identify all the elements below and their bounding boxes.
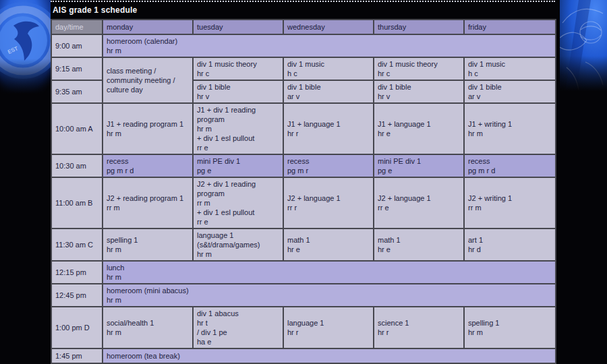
cell-915-wednesday: div 1 music h c bbox=[283, 57, 374, 80]
cell-1300-monday: social/health 1 hr m bbox=[103, 307, 193, 348]
emblem-fade bbox=[560, 56, 607, 93]
school-crest-right bbox=[560, 0, 607, 93]
time-cell-1130: 11:30 am C bbox=[51, 229, 103, 261]
column-header-day-time: day/time bbox=[51, 20, 103, 34]
cell-1030-friday: recess pg m r d bbox=[464, 154, 556, 177]
emblem-fade bbox=[0, 59, 51, 96]
cell-1130-thursday: math 1 hr e bbox=[374, 229, 464, 261]
time-cell-900: 9:00 am bbox=[51, 34, 103, 57]
row-1215: 12:15 pm lunch hr m bbox=[51, 261, 556, 284]
time-cell-1000: 10:00 am A bbox=[51, 103, 103, 154]
cell-1130-wednesday: math 1 hr e bbox=[283, 229, 374, 261]
column-header-thursday: thursday bbox=[374, 20, 464, 34]
time-cell-915: 9:15 am bbox=[51, 57, 103, 80]
column-header-wednesday: wednesday bbox=[283, 20, 374, 34]
cell-1000-thursday: J1 + language 1 hr e bbox=[374, 103, 464, 154]
cell-1100-wednesday: J2 + language 1 rr r bbox=[283, 177, 374, 229]
cell-1300-thursday: science 1 hr r bbox=[374, 307, 464, 348]
cell-1215-lunch: lunch hr m bbox=[103, 261, 556, 284]
cell-1300-friday: spelling 1 hr m bbox=[464, 307, 556, 348]
cell-1345-homeroom: homeroom (tea break) bbox=[103, 348, 556, 363]
column-header-friday: friday bbox=[464, 20, 556, 34]
cell-1100-tuesday: J2 + div 1 reading program rr m + div 1 … bbox=[193, 177, 283, 229]
time-cell-935: 9:35 am bbox=[51, 80, 103, 103]
schedule-page: AIS grade 1 schedule day/time monday tue… bbox=[51, 0, 555, 364]
cell-1100-thursday: J2 + language 1 rr e bbox=[374, 177, 464, 229]
page-title: AIS grade 1 schedule bbox=[51, 2, 555, 19]
cell-1130-friday: art 1 hr d bbox=[464, 229, 556, 261]
cell-1300-wednesday: language 1 hr r bbox=[283, 307, 374, 348]
cell-915-monday: class meeting / community meeting / cult… bbox=[103, 57, 193, 103]
schedule-table: day/time monday tuesday wednesday thursd… bbox=[51, 19, 556, 364]
row-1345: 1:45 pm homeroom (tea break) bbox=[51, 348, 556, 363]
row-1000: 10:00 am A J1 + reading program 1 hr m J… bbox=[51, 103, 556, 154]
cell-1000-monday: J1 + reading program 1 hr m bbox=[103, 103, 193, 154]
cell-915-thursday: div 1 music theory hr c bbox=[374, 57, 464, 80]
time-cell-1215: 12:15 pm bbox=[51, 261, 103, 284]
cell-1030-tuesday: mini PE div 1 pg e bbox=[193, 154, 283, 177]
cell-1130-tuesday: language 1 (s&t/drama/games) hr m bbox=[193, 229, 283, 261]
time-cell-1300: 1:00 pm D bbox=[51, 307, 103, 348]
column-header-monday: monday bbox=[103, 20, 193, 34]
cell-1030-wednesday: recess pg m r bbox=[283, 154, 374, 177]
time-cell-1345: 1:45 pm bbox=[51, 348, 103, 363]
header-row: day/time monday tuesday wednesday thursd… bbox=[51, 20, 556, 34]
page: { "title": "AIS grade 1 schedule", "back… bbox=[0, 0, 607, 364]
row-1300: 1:00 pm D social/health 1 hr m div 1 aba… bbox=[51, 307, 556, 348]
cell-1130-monday: spelling 1 hr m bbox=[103, 229, 193, 261]
cell-935-wednesday: div 1 bible ar v bbox=[283, 80, 374, 103]
cell-1245-homeroom: homeroom (mini abacus) hr m bbox=[103, 284, 556, 307]
cell-915-tuesday: div 1 music theory hr c bbox=[193, 57, 283, 80]
row-900: 9:00 am homeroom (calendar) hr m bbox=[51, 34, 556, 57]
time-cell-1245: 12:45 pm bbox=[51, 284, 103, 307]
cell-1000-wednesday: J1 + language 1 hr r bbox=[283, 103, 374, 154]
cell-900-homeroom: homeroom (calendar) hr m bbox=[103, 34, 556, 57]
time-cell-1100: 11:00 am B bbox=[51, 177, 103, 229]
column-header-tuesday: tuesday bbox=[193, 20, 283, 34]
row-1245: 12:45 pm homeroom (mini abacus) hr m bbox=[51, 284, 556, 307]
cell-1300-tuesday: div 1 abacus hr t / div 1 pe ha e bbox=[193, 307, 283, 348]
time-cell-1030: 10:30 am bbox=[51, 154, 103, 177]
school-crest-left: EST bbox=[0, 0, 51, 96]
cell-935-tuesday: div 1 bible hr v bbox=[193, 80, 283, 103]
cell-1100-friday: J2 + writing 1 rr m bbox=[464, 177, 556, 229]
cell-935-friday: div 1 bible ar v bbox=[464, 80, 556, 103]
row-1130: 11:30 am C spelling 1 hr m language 1 (s… bbox=[51, 229, 556, 261]
cell-1000-friday: J1 + writing 1 hr m bbox=[464, 103, 556, 154]
cell-1000-tuesday: J1 + div 1 reading program hr m + div 1 … bbox=[193, 103, 283, 154]
cell-1030-monday: recess pg m r d bbox=[103, 154, 193, 177]
row-915: 9:15 am class meeting / community meetin… bbox=[51, 57, 556, 80]
cell-915-friday: div 1 music h c bbox=[464, 57, 556, 80]
cell-1030-thursday: mini PE div 1 pg e bbox=[374, 154, 464, 177]
cell-1100-monday: J2 + reading program 1 rr m bbox=[103, 177, 193, 229]
row-1030: 10:30 am recess pg m r d mini PE div 1 p… bbox=[51, 154, 556, 177]
row-1100: 11:00 am B J2 + reading program 1 rr m J… bbox=[51, 177, 556, 229]
cell-935-thursday: div 1 bible hr v bbox=[374, 80, 464, 103]
